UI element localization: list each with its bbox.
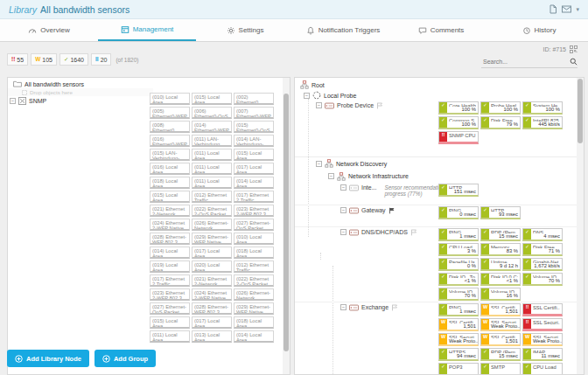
network-infrastructure-row[interactable]: − Network Infrastructure bbox=[295, 170, 577, 183]
sensor-box[interactable]: ✓IMAP11 msec bbox=[522, 348, 563, 361]
library-node-box[interactable]: (021) Ethernet 2-Network bbox=[192, 274, 232, 287]
sensor-box[interactable]: WSSL Securi...Weak Proto... bbox=[480, 318, 521, 331]
library-node-box[interactable]: (015) LAN-Verbindung- bbox=[150, 149, 190, 161]
sensor-box[interactable]: ✓PING1 msec bbox=[438, 228, 479, 241]
tab-settings[interactable]: Settings bbox=[196, 19, 294, 41]
library-node-box[interactable]: (017) Ethernet 2 Traffic bbox=[234, 191, 274, 203]
tab-notification-triggers[interactable]: Notification Triggers bbox=[294, 19, 392, 41]
library-node-box[interactable]: (029) Ethernet-WFP Native bbox=[192, 233, 232, 245]
count-down-badge[interactable]: !! 55 bbox=[7, 53, 28, 66]
sensor-box[interactable]: ✓Probe Heal...100 % bbox=[480, 101, 521, 115]
sensor-box[interactable]: ✓Common S...100 % bbox=[438, 116, 479, 129]
library-node-box[interactable]: (028) Ethernet-WFP 802.3 bbox=[150, 233, 190, 245]
sensor-box[interactable]: ✓Memory83 % bbox=[480, 243, 521, 256]
library-node-box[interactable]: (015) Local Area bbox=[150, 191, 190, 203]
sensor-box[interactable]: WSSL Securi...Weak Proto... bbox=[522, 333, 563, 346]
library-node-box[interactable]: (022) Ethernet 2-QoS Packet bbox=[234, 274, 274, 287]
library-node-box[interactable]: (014) LAN-Verbindung-QoS bbox=[234, 135, 274, 147]
sensor-box[interactable]: ✓POP3 bbox=[438, 363, 479, 375]
library-node-box[interactable]: (015) Local Area bbox=[192, 93, 232, 105]
right-scrollbar[interactable] bbox=[577, 78, 584, 374]
collapse-icon[interactable]: − bbox=[328, 173, 334, 179]
sensor-box[interactable]: ✓Disk Free71 % bbox=[522, 243, 563, 256]
library-node-box[interactable]: (011) Local Area bbox=[150, 330, 190, 343]
sensor-box[interactable]: WSSL Certifi...1,501 bbox=[438, 318, 479, 331]
sensor-box[interactable]: ✓Pagefile Us...0 % bbox=[438, 258, 479, 271]
library-node-box[interactable]: (002) Ethernet0 Traffic bbox=[234, 93, 274, 105]
sensor-box[interactable]: ✓SMTP bbox=[480, 363, 521, 375]
sensor-box[interactable]: ✓PING1 msec bbox=[438, 303, 479, 316]
library-node-box[interactable]: (023) Ethernet 2-WFP 802.3 bbox=[150, 288, 190, 301]
library-node-box[interactable]: (011) Local Area bbox=[192, 177, 232, 189]
sensor-box[interactable]: WSSL Certifi...1,501 bbox=[480, 333, 521, 346]
sensor-box[interactable]: ✓HTTP93 msec bbox=[480, 206, 521, 219]
library-node-box[interactable]: (022) Ethernet 2-QoS Packet bbox=[192, 205, 232, 217]
flag-icon[interactable] bbox=[391, 304, 398, 311]
menu-caret-icon[interactable]: ▾ bbox=[576, 6, 579, 13]
count-up-badge[interactable]: ✓ 1640 bbox=[60, 53, 88, 66]
library-node-box[interactable]: (015) Local Area bbox=[234, 149, 274, 161]
sensor-box[interactable]: ✓Disk Free79 % bbox=[480, 116, 521, 129]
library-node-box[interactable]: (011) Local Area bbox=[192, 163, 232, 175]
tab-history[interactable]: History bbox=[490, 19, 588, 41]
sensor-box[interactable]: ✓DNS4 msec bbox=[522, 228, 563, 241]
library-node-box[interactable]: (017) Local Area bbox=[234, 163, 274, 175]
sensor-box[interactable]: ✓Intel[R] 825...445 kbit/s bbox=[522, 116, 563, 129]
collapse-icon[interactable]: − bbox=[340, 229, 346, 235]
flag-icon[interactable] bbox=[410, 229, 417, 236]
library-node-box[interactable]: (011) LAN-Verbindung bbox=[192, 135, 232, 147]
sensor-box[interactable]: ✓RDP (Rem...15 msec bbox=[480, 348, 521, 361]
library-node-box[interactable]: (015) Local Area bbox=[150, 316, 190, 329]
library-node-box[interactable]: (017) Local Area bbox=[192, 247, 232, 259]
library-node-box[interactable]: (020) Local Area bbox=[192, 260, 232, 273]
library-node-box[interactable]: (019) Local Area bbox=[150, 260, 190, 273]
report-icon[interactable] bbox=[549, 4, 557, 14]
tab-comments[interactable]: Comments bbox=[392, 19, 490, 41]
library-node-box[interactable]: (024) Ethernet 2-WFP Native bbox=[192, 288, 232, 301]
sensor-box[interactable]: ✓Volume IO ...70 % bbox=[438, 288, 479, 301]
right-scrollbar-thumb[interactable] bbox=[578, 79, 583, 143]
library-node-box[interactable]: (014) Local Area bbox=[234, 330, 274, 343]
library-node-box[interactable]: (012) Ethernet Traffic bbox=[192, 191, 232, 203]
library-node-box[interactable]: (014) Local Area bbox=[150, 247, 190, 259]
library-node-box[interactable]: (011) Local Area bbox=[192, 149, 232, 161]
library-node-box[interactable]: (015) Ethernet0-QoS Packet bbox=[234, 121, 274, 133]
sensor-box[interactable]: ✓HTTP151 msec bbox=[438, 184, 479, 197]
sensor-box[interactable]: ✓Core Health100 % bbox=[438, 101, 479, 115]
sensor-box[interactable]: ✓CPU Load bbox=[522, 363, 563, 375]
sensor-box[interactable]: ✓Disk IO _To...<1 % bbox=[438, 273, 479, 286]
collapse-icon[interactable]: − bbox=[340, 184, 346, 191]
sensor-box[interactable]: !!SSL Securi... bbox=[522, 318, 563, 331]
library-node-box[interactable]: (021) Ethernet 2-Network bbox=[150, 205, 190, 217]
library-node-box[interactable]: (029) Ethernet-WFP Native bbox=[234, 302, 274, 315]
library-node-box[interactable]: (012) Ethernet Traffic bbox=[234, 260, 274, 273]
sensor-box[interactable]: ✓RDP (Rem...15 msec bbox=[480, 228, 521, 241]
sensor-box[interactable]: ✓System He...100 % bbox=[522, 101, 563, 115]
library-node-box[interactable]: (026) Ethernet-Network bbox=[192, 219, 232, 231]
sensor-box[interactable]: ✓HTTPS94 msec bbox=[438, 348, 479, 361]
library-node-box[interactable]: (016) Ethernet0-WFP 802.3 bbox=[150, 135, 190, 147]
network-discovery-row[interactable]: − Network Discovery bbox=[295, 157, 577, 170]
search-input[interactable] bbox=[481, 58, 570, 66]
collapse-icon[interactable]: − bbox=[304, 93, 310, 99]
flag-icon[interactable] bbox=[376, 102, 383, 109]
count-warning-badge[interactable]: W 105 bbox=[31, 53, 57, 66]
collapse-icon[interactable]: − bbox=[340, 207, 346, 213]
local-probe-row[interactable]: − Local Probe bbox=[295, 90, 577, 101]
library-node-box[interactable]: (014) Local Area bbox=[234, 177, 274, 189]
sensor-box[interactable]: ✓Volume IO ...16 % bbox=[480, 288, 521, 301]
collapse-icon[interactable]: − bbox=[316, 161, 322, 167]
library-node-box[interactable]: (016) Local Area bbox=[150, 163, 190, 175]
sensor-box[interactable]: !!SSL Certifi... bbox=[522, 303, 563, 316]
library-node-box[interactable]: (026) Ethernet-Network bbox=[234, 288, 274, 301]
library-node-box[interactable]: (027) Ethernet-QoS Packet bbox=[234, 219, 274, 231]
collapse-icon[interactable]: − bbox=[10, 98, 16, 104]
library-node-box[interactable]: (024) Ethernet 2-WFP Native bbox=[150, 219, 190, 231]
sensor-box[interactable]: WSSL Certifi...1,501 bbox=[480, 303, 521, 316]
library-node-box[interactable]: (014) Ethernet0-WFP Native bbox=[192, 121, 232, 133]
library-node-box[interactable]: (017) Local Area bbox=[192, 316, 232, 329]
library-node-box[interactable]: (013) Local Area bbox=[192, 330, 232, 343]
library-node-box[interactable]: (028) Ethernet-WFP 802.3 bbox=[192, 302, 232, 315]
email-icon[interactable] bbox=[562, 5, 571, 13]
add-library-node-button[interactable]: Add Library Node bbox=[7, 350, 89, 367]
